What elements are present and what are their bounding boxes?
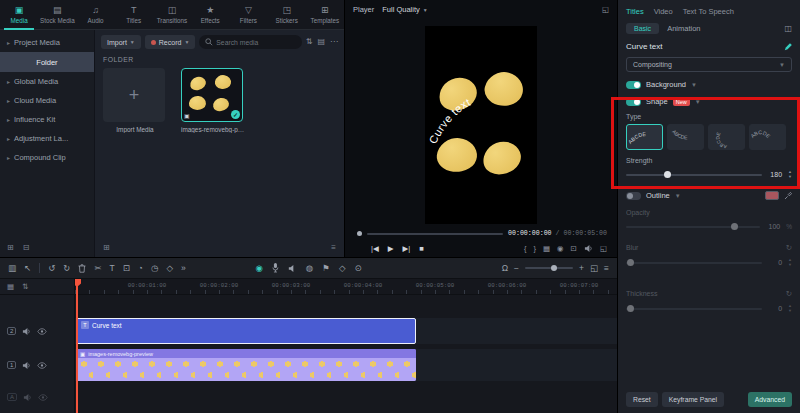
media-view-icon[interactable]: ▥ (8, 264, 16, 273)
reset-blur-icon[interactable]: ↻ (786, 243, 792, 252)
compositing-dropdown[interactable]: Compositing ▼ (626, 57, 792, 72)
delete-folder-icon[interactable]: ⊟ (23, 244, 30, 252)
timer-tool-icon[interactable]: ◷ (151, 264, 158, 273)
list-view-icon[interactable]: ≡ (331, 244, 336, 252)
tab-text-to-speech[interactable]: Text To Speech (683, 7, 734, 16)
hide-track-icon[interactable] (38, 394, 48, 401)
crop-preview-icon[interactable]: ⊡ (571, 245, 577, 253)
subtab-basic[interactable]: Basic (626, 23, 659, 34)
reorder-tracks-icon[interactable]: ⇅ (22, 283, 28, 291)
sidebar-item-adjustment-layer[interactable]: ▸Adjustment La... (0, 129, 94, 148)
tab-stock-media[interactable]: ▤Stock Media (38, 0, 76, 29)
strength-stepper[interactable]: ▲▼ (788, 170, 792, 179)
delete-icon[interactable] (78, 264, 86, 273)
next-frame-button[interactable]: ▶| (403, 245, 411, 253)
text-tool-icon[interactable]: T (110, 264, 115, 273)
subtab-animation[interactable]: Animation (667, 24, 700, 33)
playhead[interactable] (76, 279, 78, 413)
opacity-slider[interactable] (626, 222, 760, 231)
blur-stepper[interactable]: ▲▼ (788, 258, 792, 267)
opacity-slider-handle[interactable] (731, 223, 738, 230)
undo-icon[interactable]: ↺ (48, 264, 55, 273)
timeline-menu-icon[interactable]: ≡ (604, 264, 609, 273)
keyframe-tool-icon[interactable]: ◇ (166, 264, 173, 273)
background-section-header[interactable]: Background ▼ (626, 80, 792, 89)
search-input[interactable] (216, 39, 295, 46)
tab-filters[interactable]: ▽Filters (229, 0, 267, 29)
hide-track-icon[interactable] (37, 362, 47, 369)
tab-video-properties[interactable]: Video (654, 7, 673, 16)
thickness-slider[interactable] (626, 304, 762, 313)
shape-toggle[interactable] (626, 98, 641, 106)
stop-button[interactable]: ■ (419, 245, 424, 253)
tab-titles-properties[interactable]: Titles (626, 7, 644, 16)
eyedropper-icon[interactable] (784, 192, 792, 200)
sidebar-item-folder[interactable]: Folder (0, 52, 94, 72)
strength-slider-handle[interactable] (664, 171, 671, 178)
add-keyframe-icon[interactable]: ◇ (339, 264, 346, 273)
shape-preset-valley[interactable]: ABCDE (667, 124, 704, 150)
timeline-canvas[interactable]: 00:00:01:00 00:00:02:00 00:00:03:00 00:0… (75, 279, 617, 413)
quality-dropdown[interactable]: Full Quality▼ (382, 5, 427, 14)
zoom-out-icon[interactable]: − (514, 264, 519, 273)
shape-preset-wave[interactable]: ABCDE (749, 124, 786, 150)
sidebar-item-influence-kit[interactable]: ▸Influence Kit (0, 110, 94, 129)
blur-slider[interactable] (626, 258, 762, 267)
grid-icon[interactable]: ▦ (543, 245, 550, 253)
keyframe-panel-button[interactable]: Keyframe Panel (662, 392, 724, 407)
chroma-key-icon[interactable]: ⊙ (354, 264, 361, 273)
zoom-in-icon[interactable]: + (579, 264, 584, 273)
save-preset-icon[interactable]: ◫ (784, 24, 792, 33)
shape-preset-arch[interactable]: ABCDE (626, 124, 663, 150)
zoom-slider[interactable] (525, 267, 573, 269)
scrubber-handle[interactable] (357, 231, 362, 236)
background-toggle[interactable] (626, 81, 641, 89)
pointer-tool-icon[interactable]: ↖ (24, 264, 31, 273)
tab-templates[interactable]: ⊞Templates (306, 0, 344, 29)
redo-icon[interactable]: ↻ (63, 264, 70, 273)
record-voiceover-button[interactable]: ◉ (255, 264, 262, 273)
tab-stickers[interactable]: ◳Stickers (268, 0, 306, 29)
marker-icon[interactable]: ⚑ (322, 264, 330, 273)
tab-titles[interactable]: TTitles (115, 0, 153, 29)
mixer-icon[interactable]: ◍ (306, 264, 313, 273)
snapshot-icon[interactable]: ◉ (557, 245, 564, 253)
record-button[interactable]: Record▼ (145, 35, 196, 49)
tab-effects[interactable]: ★Effects (191, 0, 229, 29)
sort-icon[interactable]: ⇅ (306, 38, 313, 46)
reset-button[interactable]: Reset (626, 392, 658, 407)
import-button[interactable]: Import▼ (101, 35, 141, 49)
mute-track-icon[interactable] (22, 327, 31, 336)
edit-icon[interactable] (784, 43, 792, 51)
thickness-stepper[interactable]: ▲▼ (788, 304, 792, 313)
zoom-slider-handle[interactable] (551, 265, 557, 271)
snap-icon[interactable]: Ω (502, 264, 508, 273)
timeline-clip-curve-text[interactable]: TCurve text (76, 318, 416, 344)
crop-tool-icon[interactable]: ⊡ (123, 264, 130, 273)
split-icon[interactable]: ✂ (94, 264, 101, 273)
import-media-tile[interactable]: + Import Media (103, 68, 167, 133)
outline-toggle[interactable] (626, 192, 641, 200)
reset-thickness-icon[interactable]: ↻ (786, 289, 792, 298)
add-to-timeline-icon[interactable]: ⊞ (103, 244, 110, 252)
play-button[interactable]: ▶ (388, 245, 394, 253)
more-icon[interactable]: ⋯ (330, 38, 338, 46)
media-thumbnail-tile[interactable]: ▣ ✓ images-removebg-preview (181, 68, 245, 133)
blur-slider-handle[interactable] (627, 259, 634, 266)
fullscreen-icon[interactable]: ◱ (600, 245, 607, 253)
thickness-slider-handle[interactable] (627, 305, 634, 312)
volume-icon[interactable] (584, 244, 593, 253)
tab-audio[interactable]: ♫Audio (76, 0, 114, 29)
mute-track-icon[interactable] (23, 393, 32, 402)
sidebar-item-global-media[interactable]: ▸Global Media (0, 72, 94, 91)
tab-media[interactable]: ▣Media (0, 0, 38, 29)
new-folder-icon[interactable]: ⊞ (7, 244, 14, 252)
strength-slider[interactable] (626, 170, 762, 179)
timeline-clip-image[interactable]: ▣images-removebg-preview (76, 349, 416, 381)
sidebar-item-cloud-media[interactable]: ▸Cloud Media (0, 91, 94, 110)
sidebar-item-project-media[interactable]: ▸Project Media (0, 33, 94, 52)
detach-player-icon[interactable]: ◱ (602, 6, 609, 14)
tab-transitions[interactable]: ◫Transitions (153, 0, 191, 29)
hide-track-icon[interactable] (37, 328, 47, 335)
sidebar-item-compound-clip[interactable]: ▸Compound Clip (0, 148, 94, 167)
